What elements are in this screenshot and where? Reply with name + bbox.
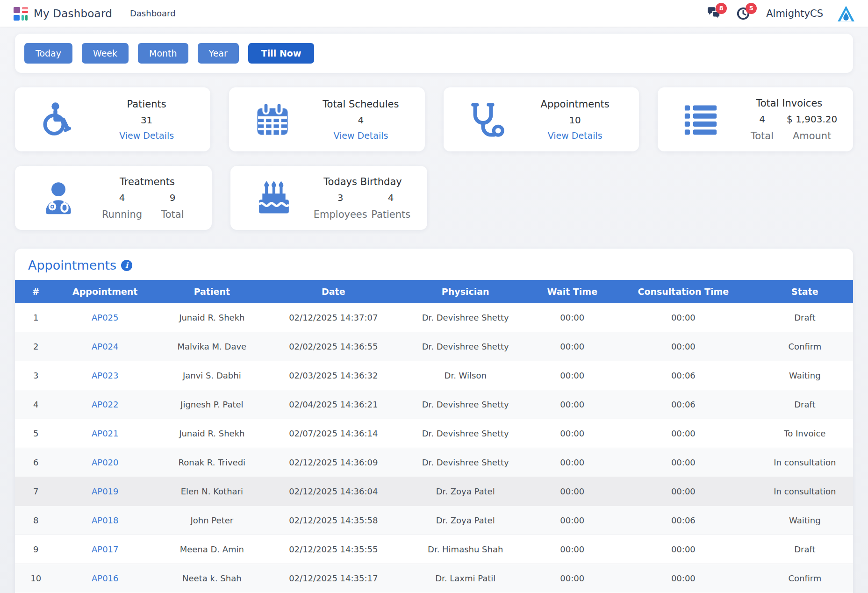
brand-name[interactable]: AlmightyCS <box>766 8 823 19</box>
cell-num: 2 <box>15 332 57 361</box>
table-row: 9 AP017 Meena D. Amin 02/12/2025 14:35:5… <box>15 535 853 564</box>
table-row: 3 AP023 Janvi S. Dabhi 02/03/2025 14:36:… <box>15 361 853 390</box>
appointments-table: # Appointment Patient Date Physician Wai… <box>15 280 853 593</box>
cell-consult: 00:00 <box>610 477 757 506</box>
cell-patient: Neeta k. Shah <box>153 564 271 593</box>
birthday-title: Todays Birthday <box>312 176 413 187</box>
header-patient: Patient <box>153 280 271 303</box>
filter-till-now-button[interactable]: Till Now <box>248 43 315 64</box>
table-row: 5 AP021 Junaid R. Shekh 02/07/2025 14:36… <box>15 419 853 448</box>
table-row: 4 AP022 Jignesh P. Patel 02/04/2025 14:3… <box>15 390 853 419</box>
appointment-link[interactable]: AP018 <box>92 515 119 525</box>
appointment-link[interactable]: AP025 <box>92 313 119 322</box>
cell-appointment: AP020 <box>57 448 153 477</box>
invoice-list-icon <box>682 101 719 138</box>
table-row-highlighted: 7 AP019 Elen N. Kothari 02/12/2025 14:36… <box>15 477 853 506</box>
cell-state: Draft <box>757 535 853 564</box>
cell-patient: Meena D. Amin <box>153 535 271 564</box>
cell-num: 6 <box>15 448 57 477</box>
filter-year-button[interactable]: Year <box>198 43 239 64</box>
table-row: 2 AP024 Malvika M. Dave 02/02/2025 14:36… <box>15 332 853 361</box>
appointments-table-title: Appointments <box>28 258 116 272</box>
cell-date: 02/04/2025 14:36:21 <box>271 390 396 419</box>
cell-appointment: AP019 <box>57 477 153 506</box>
wheelchair-icon <box>40 101 77 138</box>
table-row: 6 AP020 Ronak R. Trivedi 02/12/2025 14:3… <box>15 448 853 477</box>
cell-wait: 00:00 <box>535 448 610 477</box>
appointments-view-details-link[interactable]: View Details <box>548 130 603 141</box>
invoices-amount-label: Amount <box>787 130 837 142</box>
cell-date: 02/03/2025 14:36:32 <box>271 361 396 390</box>
appointment-link[interactable]: AP016 <box>92 573 119 583</box>
cell-wait: 00:00 <box>535 419 610 448</box>
cell-appointment: AP021 <box>57 419 153 448</box>
cell-appointment: AP017 <box>57 535 153 564</box>
cell-num: 7 <box>15 477 57 506</box>
cell-date: 02/02/2025 14:36:55 <box>271 332 396 361</box>
cell-physician: Dr. Devishree Shetty <box>396 419 535 448</box>
cell-state: Draft <box>757 390 853 419</box>
patients-view-details-link[interactable]: View Details <box>119 130 174 141</box>
schedules-card: Total Schedules 4 View Details <box>229 87 424 151</box>
cell-num: 9 <box>15 535 57 564</box>
birthday-patients-label: Patients <box>370 209 412 220</box>
treatments-total-value: 9 <box>151 192 194 203</box>
cell-physician: Dr. Laxmi Patil <box>396 564 535 593</box>
table-row: 8 AP018 John Peter 02/12/2025 14:35:58 D… <box>15 506 853 535</box>
cell-state: Draft <box>757 303 853 332</box>
cell-patient: Malvika M. Dave <box>153 332 271 361</box>
treatments-card: Treatments 4 Running 9 Total <box>15 166 212 230</box>
cell-patient: Janvi S. Dabhi <box>153 361 271 390</box>
appointment-link[interactable]: AP020 <box>92 457 119 467</box>
filter-week-button[interactable]: Week <box>82 43 129 64</box>
appointment-link[interactable]: AP019 <box>92 486 119 496</box>
messages-button[interactable]: 8 <box>706 7 722 21</box>
cell-state: To Invoice <box>757 419 853 448</box>
appointment-link[interactable]: AP021 <box>92 429 119 438</box>
cell-date: 02/12/2025 14:36:04 <box>271 477 396 506</box>
cell-state: Confirm <box>757 564 853 593</box>
cell-wait: 00:00 <box>535 361 610 390</box>
cell-physician: Dr. Himashu Shah <box>396 535 535 564</box>
appointment-link[interactable]: AP022 <box>92 400 119 409</box>
cell-physician: Dr. Zoya Patel <box>396 506 535 535</box>
cell-patient: John Peter <box>153 506 271 535</box>
header-appointment: Appointment <box>57 280 153 303</box>
filter-today-button[interactable]: Today <box>24 43 72 64</box>
appointment-link[interactable]: AP017 <box>92 544 119 554</box>
patients-card: Patients 31 View Details <box>15 87 210 151</box>
messages-count-badge: 8 <box>716 3 727 14</box>
birthday-employees-value: 3 <box>314 192 367 203</box>
cell-appointment: AP025 <box>57 303 153 332</box>
cell-state: In consultation <box>757 477 853 506</box>
appointments-table-card: Appointments i # Appointment Patient Dat… <box>15 249 853 593</box>
schedules-view-details-link[interactable]: View Details <box>333 130 388 141</box>
cell-date: 02/12/2025 14:36:09 <box>271 448 396 477</box>
invoices-title: Total Invoices <box>739 98 839 109</box>
treatments-running-label: Running <box>101 209 143 220</box>
topbar: My Dashboard Dashboard 8 5 AlmightyCS <box>0 0 868 27</box>
cell-physician: Dr. Devishree Shetty <box>396 448 535 477</box>
schedules-title: Total Schedules <box>311 99 410 110</box>
appointment-link[interactable]: AP024 <box>92 342 119 351</box>
cell-physician: Dr. Zoya Patel <box>396 477 535 506</box>
breadcrumb[interactable]: Dashboard <box>130 8 176 18</box>
cell-appointment: AP023 <box>57 361 153 390</box>
header-physician: Physician <box>396 280 535 303</box>
header-state: State <box>757 280 853 303</box>
appointment-link[interactable]: AP023 <box>92 371 119 380</box>
cell-physician: Dr. Devishree Shetty <box>396 390 535 419</box>
cell-num: 1 <box>15 303 57 332</box>
cell-physician: Dr. Wilson <box>396 361 535 390</box>
cell-wait: 00:00 <box>535 390 610 419</box>
filter-month-button[interactable]: Month <box>138 43 188 64</box>
table-row: 1 AP025 Junaid R. Shekh 02/12/2025 14:37… <box>15 303 853 332</box>
cell-patient: Junaid R. Shekh <box>153 419 271 448</box>
birthday-patients-value: 4 <box>370 192 412 203</box>
birthday-card: Todays Birthday 3 Employees 4 Patients <box>230 166 427 230</box>
cell-num: 4 <box>15 390 57 419</box>
doctor-icon <box>40 180 77 216</box>
alerts-button[interactable]: 5 <box>736 7 752 21</box>
info-icon[interactable]: i <box>121 260 132 271</box>
cell-date: 02/07/2025 14:36:14 <box>271 419 396 448</box>
